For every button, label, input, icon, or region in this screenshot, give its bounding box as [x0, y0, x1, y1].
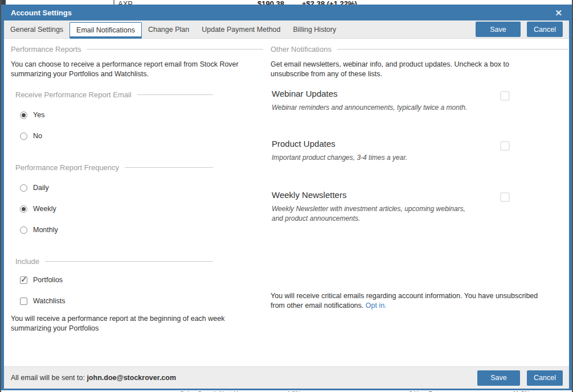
product-updates-checkbox[interactable]: [500, 141, 510, 151]
legend-line: [337, 49, 568, 49]
watchlists-checkbox[interactable]: [20, 298, 27, 305]
performance-reports-column: Performance Reports You can choose to re…: [11, 39, 263, 333]
legend-line: [45, 261, 213, 262]
portfolios-label: Portfolios: [33, 276, 63, 284]
email-destination-address: john.doe@stockrover.com: [87, 374, 176, 382]
radio-yes-icon[interactable]: [20, 112, 27, 119]
close-icon[interactable]: ✕: [555, 9, 562, 17]
other-notifications-intro: Get email newsletters, webinar info, and…: [271, 60, 530, 79]
cancel-button[interactable]: Cancel: [527, 22, 563, 37]
portfolios-checkbox[interactable]: [20, 277, 27, 284]
radio-daily-icon[interactable]: [20, 184, 27, 192]
radio-weekly-label: Weekly: [33, 205, 56, 213]
radio-option-yes[interactable]: Yes: [20, 111, 263, 119]
checkbox-option-portfolios[interactable]: Portfolios: [20, 276, 263, 284]
radio-yes-label: Yes: [33, 111, 44, 119]
header-buttons: Save Cancel: [476, 22, 563, 37]
radio-monthly-icon[interactable]: [20, 226, 27, 234]
radio-no-icon[interactable]: [20, 133, 27, 140]
include-group-title: Include: [15, 257, 39, 266]
radio-monthly-label: Monthly: [33, 226, 58, 234]
opt-in-link[interactable]: Opt in.: [366, 302, 387, 310]
weekly-newsletters-description: Weekly Newsletter with investment articl…: [272, 204, 468, 224]
checkbox-option-watchlists[interactable]: Watchlists: [20, 297, 263, 305]
dialog-tabbar: General Settings Email Notifications Cha…: [4, 20, 569, 39]
dialog-content: Performance Reports You can choose to re…: [4, 39, 569, 366]
dialog-titlebar: Account Settings ✕: [4, 5, 569, 20]
footer-save-button[interactable]: Save: [477, 370, 520, 386]
background-page-top-sliver: AXP $190.38 +$2.38 (+1.22%): [0, 0, 573, 5]
unsubscribe-note: You will receive critical emails regardi…: [271, 291, 544, 311]
background-stock-change: +$2.38 (+1.22%): [302, 0, 357, 5]
radio-option-weekly[interactable]: Weekly: [20, 205, 263, 213]
product-updates-description: Important product changes, 3-4 times a y…: [272, 153, 468, 163]
other-notifications-section-header: Other Notifications: [271, 45, 568, 53]
legend-line: [87, 49, 263, 49]
frequency-group-header: Performance Report Frequency: [15, 163, 213, 172]
receive-report-group-title: Receive Performance Report Email: [15, 90, 132, 99]
tab-change-plan[interactable]: Change Plan: [142, 21, 195, 38]
dialog-title: Account Settings: [11, 9, 72, 17]
performance-reports-intro: You can choose to receive a performance …: [11, 60, 257, 79]
watchlists-label: Watchlists: [33, 297, 66, 305]
dialog-footer: All email will be sent to: john.doe@stoc…: [4, 366, 569, 389]
notification-weekly-newsletters: Weekly Newsletters Weekly Newsletter wit…: [272, 190, 568, 224]
radio-option-daily[interactable]: Daily: [20, 184, 263, 192]
performance-reports-section-header: Performance Reports: [11, 45, 263, 53]
background-ticker-symbol: AXP: [118, 0, 133, 5]
product-updates-title: Product Updates: [272, 139, 568, 148]
email-destination-prefix: All email will be sent to:: [11, 374, 87, 382]
performance-reports-title: Performance Reports: [11, 45, 81, 53]
receive-report-group-header: Receive Performance Report Email: [15, 90, 213, 99]
email-destination-text: All email will be sent to: john.doe@stoc…: [11, 374, 176, 382]
other-notifications-title: Other Notifications: [271, 45, 331, 53]
background-table-divider: [113, 0, 114, 5]
tab-billing-history[interactable]: Billing History: [287, 21, 343, 38]
radio-weekly-icon[interactable]: [20, 205, 27, 213]
legend-line: [125, 167, 213, 168]
notification-product-updates: Product Updates Important product change…: [272, 139, 568, 163]
save-button[interactable]: Save: [476, 22, 521, 37]
webinar-updates-description: Webinar reminders and announcements, typ…: [272, 103, 468, 113]
radio-no-label: No: [33, 132, 42, 140]
footer-cancel-button[interactable]: Cancel: [527, 370, 563, 386]
radio-option-monthly[interactable]: Monthly: [20, 226, 263, 234]
notification-webinar-updates: Webinar Updates Webinar reminders and an…: [272, 89, 568, 113]
footer-buttons: Save Cancel: [477, 370, 563, 386]
other-notifications-column: Other Notifications Get email newsletter…: [271, 39, 568, 311]
account-settings-dialog: Account Settings ✕ General Settings Emai…: [1, 5, 572, 390]
frequency-group-title: Performance Report Frequency: [15, 163, 119, 172]
radio-option-no[interactable]: No: [20, 132, 263, 140]
background-stock-price: $190.38: [257, 0, 284, 5]
performance-report-summary: You will receive a performance report at…: [11, 314, 253, 333]
unsubscribe-note-text: You will receive critical emails regardi…: [271, 292, 538, 310]
legend-line: [137, 94, 213, 95]
screen: AXP $190.38 +$2.38 (+1.22%) Sales Growth…: [0, 0, 573, 392]
webinar-updates-checkbox[interactable]: [500, 91, 510, 101]
radio-daily-label: Daily: [33, 184, 49, 192]
tab-email-notifications[interactable]: Email Notifications: [69, 22, 142, 39]
weekly-newsletters-title: Weekly Newsletters: [272, 190, 568, 200]
tab-update-payment-method[interactable]: Update Payment Method: [195, 21, 286, 38]
webinar-updates-title: Webinar Updates: [272, 89, 568, 98]
weekly-newsletters-checkbox[interactable]: [500, 192, 510, 202]
tab-general-settings[interactable]: General Settings: [4, 21, 69, 38]
include-group-header: Include: [15, 257, 213, 266]
